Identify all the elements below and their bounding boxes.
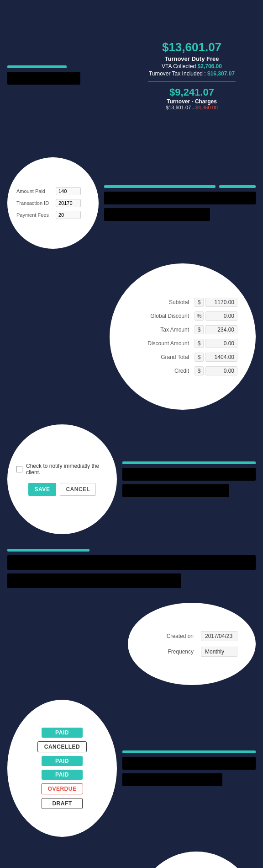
totals-circle: Subtotal $ 1170.00 Global Discount % 0.0… <box>110 263 256 410</box>
credit-row: Credit $ 0.00 <box>128 366 237 375</box>
frequency-value: Monthly <box>201 647 237 657</box>
black-bar-5b <box>7 573 181 588</box>
turnover-label2: Turnover - Charges <box>167 98 217 105</box>
cancel-button[interactable]: CANCEL <box>60 483 96 496</box>
frequency-section: Created on 2017/04/23 Frequency Monthly <box>0 595 263 692</box>
turnover-circle: $13,601.07 Turnover Duty Free VTA Collec… <box>128 11 256 139</box>
tax-amount-value: 234.00 <box>205 325 237 334</box>
grand-total-currency: $ <box>195 353 204 362</box>
black-bar-4a <box>122 468 256 481</box>
turnover-amount-big: $13,601.07 <box>162 40 221 54</box>
subtotal-currency: $ <box>195 298 204 307</box>
teal-bar-2a <box>104 185 216 188</box>
created-on-value: 2017/04/23 <box>201 631 237 641</box>
sec1-left <box>7 65 99 85</box>
tax-amount-label: Tax Amount <box>128 327 193 333</box>
amount-paid-row: Amount Paid <box>16 187 89 195</box>
notify-label: Check to notify immediatly the client. <box>26 463 108 476</box>
discount-currency: $ <box>195 339 204 348</box>
subtotal-value: 1170.00 <box>205 298 237 307</box>
payment-fees-label: Payment Fees <box>16 212 53 218</box>
black-bar-2a <box>104 192 256 204</box>
notify-check-row: Check to notify immediatly the client. <box>16 463 108 476</box>
created-on-row: Created on 2017/04/23 <box>146 631 237 641</box>
credit-currency: $ <box>195 366 204 375</box>
btn-row: SAVE CANCEL <box>28 483 96 496</box>
turnover-calc: $13,601.07 - $4,360.00 <box>166 105 218 110</box>
tax-currency: $ <box>195 325 204 334</box>
grand-total-label: Grand Total <box>128 354 193 360</box>
payment-circle: Amount Paid Transaction ID Payment Fees <box>7 157 99 249</box>
black-bar-6a <box>122 757 256 770</box>
black-bar-2b <box>104 208 210 221</box>
sec4-right <box>122 424 256 534</box>
turnover-tax: Turnover Tax Included : $16,307.07 <box>149 70 235 77</box>
badge-draft: DRAFT <box>42 798 83 809</box>
turnover-amount-small: $9,241.07 <box>169 86 214 98</box>
payment-fees-input[interactable] <box>56 211 81 219</box>
credit-label: Credit <box>128 368 193 374</box>
payment-fees-row: Payment Fees <box>16 211 89 219</box>
global-discount-pct-symbol: % <box>195 311 204 321</box>
badge-paid-1: PAID <box>42 728 83 738</box>
teal-bar-1 <box>7 65 67 68</box>
teal-bar-4 <box>122 461 256 464</box>
amount-paid-input[interactable] <box>56 187 81 195</box>
black-bar-4b <box>122 484 229 497</box>
subtotal-row: Subtotal $ 1170.00 <box>128 298 237 307</box>
status-section: Status DECLINED APPROVED APPROVED PENDIN… <box>0 844 263 868</box>
status-circle: Status DECLINED APPROVED APPROVED PENDIN… <box>137 852 256 868</box>
grand-total-value: 1404.00 <box>205 353 237 362</box>
save-button[interactable]: SAVE <box>28 483 57 496</box>
totals-section: Subtotal $ 1170.00 Global Discount % 0.0… <box>0 256 263 417</box>
sec6-right <box>122 700 256 837</box>
created-on-label: Created on <box>146 633 197 639</box>
teal-bar-5a <box>7 549 89 552</box>
turnover-vta: VTA Collected $2,706.00 <box>162 63 222 70</box>
frequency-circle: Created on 2017/04/23 Frequency Monthly <box>128 603 256 685</box>
black-bar-1 <box>7 72 80 85</box>
notify-circle: Check to notify immediatly the client. S… <box>7 424 117 534</box>
credit-value: 0.00 <box>205 366 237 375</box>
discount-amount-row: Discount Amount $ 0.00 <box>128 339 237 348</box>
black-bar-5a <box>7 555 256 570</box>
notify-section: Check to notify immediatly the client. S… <box>0 417 263 541</box>
frequency-label: Frequency <box>146 648 197 655</box>
turnover-divider <box>148 81 236 82</box>
turnover-label1: Turnover Duty Free <box>165 55 219 62</box>
amount-paid-label: Amount Paid <box>16 188 53 194</box>
badges-section: PAID CANCELLED PAID PAID OVERDUE DRAFT <box>0 692 263 844</box>
badge-cancelled: CANCELLED <box>37 741 87 752</box>
subtotal-label: Subtotal <box>128 299 193 305</box>
payment-section: Amount Paid Transaction ID Payment Fees <box>0 150 263 256</box>
transaction-id-input[interactable] <box>56 199 81 207</box>
sec2-right <box>104 157 256 249</box>
badge-overdue: OVERDUE <box>41 783 84 794</box>
transaction-id-row: Transaction ID <box>16 199 89 207</box>
black-bar-6b <box>122 773 222 786</box>
notify-checkbox[interactable] <box>16 466 22 472</box>
teal-bar-2b <box>219 185 256 188</box>
teal-bar-6 <box>122 750 256 753</box>
grand-total-row: Grand Total $ 1404.00 <box>128 353 237 362</box>
badges-circle: PAID CANCELLED PAID PAID OVERDUE DRAFT <box>7 700 117 837</box>
discount-amount-value: 0.00 <box>205 339 237 348</box>
badge-paid-3: PAID <box>42 770 83 780</box>
tax-amount-row: Tax Amount $ 234.00 <box>128 325 237 334</box>
global-discount-row: Global Discount % 0.00 <box>128 311 237 321</box>
transaction-id-label: Transaction ID <box>16 200 53 206</box>
global-discount-label: Global Discount <box>128 313 193 319</box>
global-discount-value: 0.00 <box>205 311 237 321</box>
freq-section-bars <box>0 541 263 595</box>
turnover-section: $13,601.07 Turnover Duty Free VTA Collec… <box>0 0 263 150</box>
frequency-row: Frequency Monthly <box>146 647 237 657</box>
discount-amount-label: Discount Amount <box>128 340 193 347</box>
badge-paid-2: PAID <box>42 756 83 766</box>
